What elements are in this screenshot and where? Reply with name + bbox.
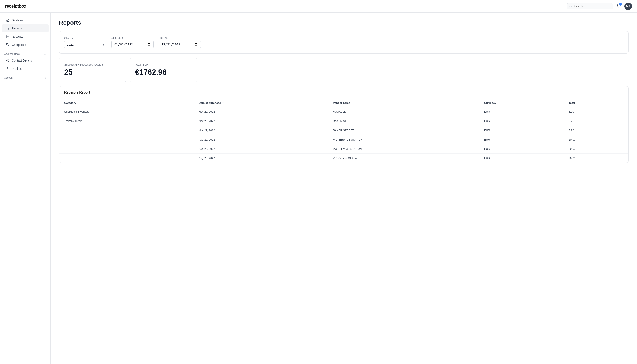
cell-category: Supplies & Inventory [59,107,194,116]
tag-icon [6,43,10,47]
address-book-label: Address Book [4,52,20,56]
cell-currency: EUR [479,154,564,163]
cell-currency: EUR [479,135,564,144]
stat-card-total: Total (EUR) €1762.96 [130,58,197,82]
sidebar-item-profiles[interactable]: Profiles [2,65,49,73]
end-date-input[interactable] [158,41,201,48]
cell-vendor: AQUAVEL [328,107,479,116]
cell-currency: EUR [479,107,564,116]
filter-row: Choose 2022 2021 2020 Start Date [64,36,623,48]
person-circle-icon [6,58,10,62]
table-row: Supplies & Inventory Nov 29, 2022 AQUAVE… [59,107,628,116]
search-box[interactable] [567,3,613,10]
address-book-section[interactable]: Address Book ▲ [0,49,50,56]
house-icon [6,18,10,22]
sidebar-item-dashboard[interactable]: Dashboard [2,16,49,24]
cell-vendor: BAKER STREET [328,126,479,135]
sidebar: Dashboard Reports [0,13,50,364]
sidebar-item-label: Contact Details [12,59,32,62]
col-total: Total [564,99,628,107]
cell-date: Aug 25, 2022 [194,135,328,144]
search-icon [570,5,572,8]
cell-category [59,144,194,154]
stat-label-total: Total (EUR) [135,63,192,66]
cell-total: 20.00 [564,135,628,144]
notification-badge: 0 [619,3,622,6]
table-body: Supplies & Inventory Nov 29, 2022 AQUAVE… [59,107,628,163]
stats-row: Successfully Processed receipts 25 Total… [59,58,628,82]
sidebar-item-label: Profiles [12,67,22,70]
search-input[interactable] [574,5,610,8]
start-date-label: Start Date [112,36,154,40]
stat-value-processed: 25 [64,68,121,77]
sort-icon: ▾ [222,102,224,104]
sidebar-item-receipts[interactable]: Receipts [2,33,49,41]
sidebar-item-categories[interactable]: Categories [2,41,49,49]
table-row: Nov 29, 2022 BAKER STREET EUR 3.20 [59,126,628,135]
page-title: Reports [59,20,628,26]
receipt-icon [6,35,10,38]
chart-icon [6,26,10,30]
sidebar-item-contact-details[interactable]: Contact Details [2,56,49,64]
header-right: 0 MS [567,2,632,10]
table-title: Receipts Report [59,86,628,99]
svg-point-8 [7,44,7,44]
app: receiptbox 0 MS [0,0,637,364]
logo-light: box [19,4,26,8]
table-row: Aug 25, 2022 VC SERVICE STATION EUR 20.0… [59,144,628,154]
avatar[interactable]: MS [624,2,632,10]
cell-date: Aug 25, 2022 [194,154,328,163]
table-header-row: Category Date of purchase ▾ Vendor name … [59,99,628,107]
choose-filter-group: Choose 2022 2021 2020 [64,37,106,48]
cell-category [59,126,194,135]
sidebar-item-label: Receipts [12,35,23,38]
account-label: Account [4,76,13,79]
table-header: Category Date of purchase ▾ Vendor name … [59,99,628,107]
col-category: Category [59,99,194,107]
col-date[interactable]: Date of purchase ▾ [194,99,328,107]
table-row: Travel & Meals Nov 29, 2022 BAKER STREET… [59,116,628,126]
cell-currency: EUR [479,126,564,135]
cell-vendor: BAKER STREET [328,116,479,126]
end-date-label: End Date [158,36,201,40]
end-date-filter-group: End Date [158,36,201,48]
cell-date: Nov 29, 2022 [194,116,328,126]
sidebar-item-label: Reports [12,27,22,30]
header: receiptbox 0 MS [0,0,637,13]
cell-total: 20.00 [564,154,628,163]
notification-button[interactable]: 0 [616,4,621,9]
col-vendor: Vendor name [328,99,479,107]
filter-card: Choose 2022 2021 2020 Start Date [59,31,628,54]
cell-date: Aug 25, 2022 [194,144,328,154]
cell-vendor: VC SERVICE STATION [328,144,479,154]
choose-select[interactable]: 2022 2021 2020 [64,41,106,48]
sidebar-item-label: Dashboard [12,18,26,22]
chevron-down-icon: ▾ [45,77,46,79]
cell-date: Nov 29, 2022 [194,107,328,116]
cell-total: 5.90 [564,107,628,116]
start-date-filter-group: Start Date [112,36,154,48]
choose-select-wrapper: 2022 2021 2020 [64,41,106,48]
cell-date: Nov 29, 2022 [194,126,328,135]
table-row: Aug 25, 2022 V C SERVICE STATION EUR 20.… [59,135,628,144]
cell-total: 20.00 [564,144,628,154]
cell-currency: EUR [479,116,564,126]
cell-vendor: V C Service Station [328,154,479,163]
start-date-input[interactable] [112,41,154,48]
header-left: receiptbox [5,4,26,9]
cell-total: 3.20 [564,116,628,126]
account-section[interactable]: Account ▾ [0,73,50,80]
sidebar-item-label: Categories [12,43,26,46]
sidebar-item-reports[interactable]: Reports [2,24,49,32]
choose-label: Choose [64,37,106,40]
logo: receiptbox [5,4,26,9]
main-content: Dashboard Reports [0,13,637,364]
cell-currency: EUR [479,144,564,154]
table-card: Receipts Report Category Date of purchas… [59,86,628,163]
person-icon [6,67,10,70]
stat-card-processed: Successfully Processed receipts 25 [59,58,126,82]
svg-point-10 [7,60,8,60]
cell-category: Travel & Meals [59,116,194,126]
stat-value-total: €1762.96 [135,68,192,77]
receipts-table: Category Date of purchase ▾ Vendor name … [59,99,628,162]
